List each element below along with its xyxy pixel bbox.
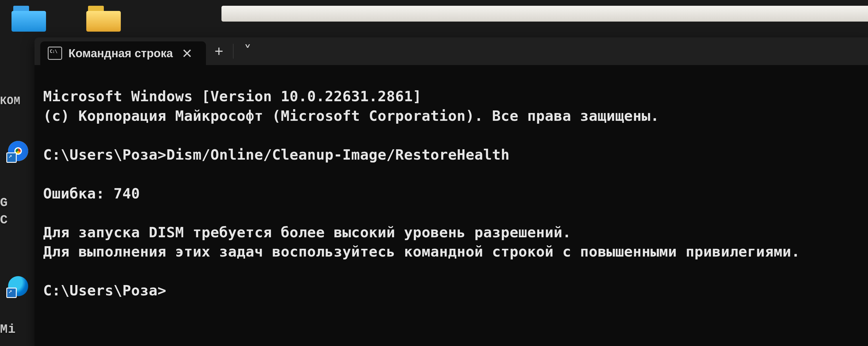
terminal-title-bar[interactable]: Командная строка × + ˅: [34, 37, 868, 65]
new-tab-button[interactable]: +: [206, 37, 232, 65]
desktop-icon-label-truncated: КОМ: [0, 95, 21, 107]
desktop-folder-yellow[interactable]: [86, 6, 121, 32]
shortcut-overlay-icon: [6, 152, 17, 163]
close-tab-button[interactable]: ×: [179, 44, 195, 62]
terminal-line: Ошибка: 740: [43, 185, 140, 202]
terminal-line: C:\Users\Роза>: [43, 282, 166, 299]
desktop-icon-label-truncated: C: [0, 213, 8, 227]
terminal-line: C:\Users\Роза>Dism/Online/Cleanup-Image/…: [43, 147, 509, 163]
terminal-line: Для выполнения этих задач воспользуйтесь…: [43, 243, 800, 260]
title-bar-divider: [233, 44, 234, 59]
desktop-folder-blue[interactable]: [11, 6, 46, 32]
terminal-line: Microsoft Windows [Version 10.0.22631.28…: [43, 88, 422, 105]
desktop-icon-label-truncated: G: [0, 196, 8, 210]
terminal-line: Для запуска DISM требуется более высокий…: [43, 224, 571, 241]
terminal-line: (c) Корпорация Майкрософт (Microsoft Cor…: [43, 107, 659, 124]
terminal-tab-title: Командная строка: [68, 47, 173, 60]
tab-dropdown-button[interactable]: ˅: [235, 37, 260, 65]
command-prompt-icon: [48, 46, 62, 60]
terminal-window: Командная строка × + ˅ Microsoft Windows…: [34, 37, 868, 346]
background-window-titlebar[interactable]: [221, 6, 868, 22]
desktop-icon-label-truncated: Mi: [0, 322, 16, 337]
edge-shortcut-icon[interactable]: [8, 276, 28, 296]
terminal-tab[interactable]: Командная строка ×: [40, 41, 206, 65]
chrome-shortcut-icon[interactable]: [8, 141, 28, 161]
terminal-output[interactable]: Microsoft Windows [Version 10.0.22631.28…: [34, 80, 868, 309]
shortcut-overlay-icon: [6, 288, 17, 298]
